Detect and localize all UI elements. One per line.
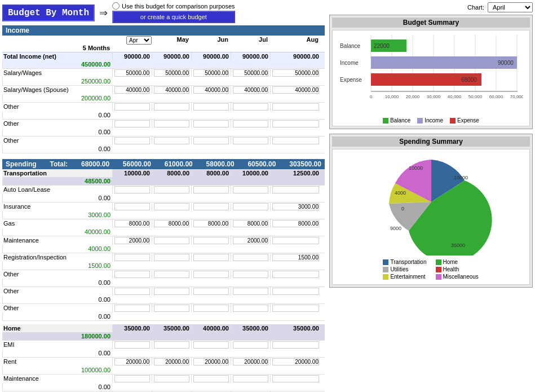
cell-value[interactable] bbox=[112, 136, 152, 145]
cell-value[interactable] bbox=[191, 103, 231, 111]
cell-value[interactable] bbox=[152, 69, 191, 77]
cell-input[interactable] bbox=[193, 375, 229, 382]
cell-value[interactable] bbox=[231, 186, 270, 194]
cell-input[interactable] bbox=[272, 341, 319, 349]
cell-input[interactable] bbox=[154, 103, 189, 111]
cell-input[interactable] bbox=[272, 237, 319, 244]
cell-input[interactable] bbox=[272, 271, 319, 278]
cell-value[interactable] bbox=[112, 253, 152, 262]
cell-input[interactable] bbox=[233, 120, 268, 127]
cell-value[interactable] bbox=[231, 202, 270, 211]
cell-value[interactable] bbox=[270, 341, 321, 349]
cell-value[interactable] bbox=[231, 253, 270, 262]
cell-input[interactable] bbox=[114, 358, 150, 365]
cell-value[interactable] bbox=[191, 69, 231, 77]
cell-value[interactable] bbox=[152, 186, 191, 194]
cell-input[interactable] bbox=[193, 358, 229, 365]
cell-value[interactable] bbox=[152, 287, 191, 296]
cell-value[interactable] bbox=[112, 186, 152, 194]
cell-input[interactable] bbox=[154, 137, 189, 144]
cell-input[interactable] bbox=[154, 69, 189, 77]
cell-input[interactable] bbox=[154, 220, 189, 227]
cell-input[interactable] bbox=[272, 120, 319, 127]
cell-input[interactable] bbox=[114, 375, 150, 382]
apr-month-select[interactable]: AprJanFebMar MayJunJulAug bbox=[126, 36, 152, 45]
cell-value[interactable] bbox=[270, 136, 321, 145]
cell-input[interactable] bbox=[233, 288, 268, 295]
cell-input[interactable] bbox=[154, 375, 189, 382]
cell-value[interactable] bbox=[112, 287, 152, 296]
cell-input[interactable] bbox=[233, 254, 268, 261]
cell-value[interactable] bbox=[112, 120, 152, 128]
cell-input[interactable] bbox=[233, 341, 268, 349]
cell-input[interactable] bbox=[272, 375, 319, 382]
cell-value[interactable] bbox=[112, 341, 152, 349]
cell-input[interactable] bbox=[114, 203, 150, 210]
cell-value[interactable] bbox=[152, 136, 191, 145]
cell-value[interactable] bbox=[152, 202, 191, 211]
cell-input[interactable] bbox=[193, 271, 229, 278]
cell-value[interactable] bbox=[191, 375, 231, 383]
cell-value[interactable] bbox=[112, 103, 152, 111]
cell-input[interactable] bbox=[272, 137, 319, 144]
cell-value[interactable] bbox=[112, 304, 152, 312]
cell-value[interactable] bbox=[112, 219, 152, 228]
cell-input[interactable] bbox=[193, 254, 229, 261]
cell-value[interactable] bbox=[112, 69, 152, 77]
cell-input[interactable] bbox=[233, 86, 268, 94]
cell-value[interactable] bbox=[152, 219, 191, 228]
cell-input[interactable] bbox=[193, 341, 229, 349]
cell-value[interactable] bbox=[270, 103, 321, 111]
cell-value[interactable] bbox=[191, 304, 231, 312]
cell-value[interactable] bbox=[270, 270, 321, 279]
cell-input[interactable] bbox=[193, 186, 229, 193]
cell-value[interactable] bbox=[270, 202, 321, 211]
cell-input[interactable] bbox=[233, 305, 268, 312]
cell-value[interactable] bbox=[270, 287, 321, 296]
cell-input[interactable] bbox=[114, 271, 150, 278]
cell-input[interactable] bbox=[193, 305, 229, 312]
cell-input[interactable] bbox=[272, 103, 319, 111]
cell-input[interactable] bbox=[114, 137, 150, 144]
cell-value[interactable] bbox=[231, 375, 270, 383]
cell-value[interactable] bbox=[270, 219, 321, 228]
cell-value[interactable] bbox=[231, 86, 270, 94]
cell-input[interactable] bbox=[233, 186, 268, 193]
cell-input[interactable] bbox=[272, 69, 319, 77]
cell-value[interactable] bbox=[231, 236, 270, 245]
cell-input[interactable] bbox=[154, 305, 189, 312]
cell-value[interactable] bbox=[191, 219, 231, 228]
cell-value[interactable] bbox=[152, 270, 191, 279]
cell-input[interactable] bbox=[154, 186, 189, 193]
cell-input[interactable] bbox=[272, 86, 319, 94]
cell-input[interactable] bbox=[114, 288, 150, 295]
cell-input[interactable] bbox=[114, 103, 150, 111]
cell-value[interactable] bbox=[191, 236, 231, 245]
cell-value[interactable] bbox=[152, 120, 191, 128]
cell-input[interactable] bbox=[193, 137, 229, 144]
cell-input[interactable] bbox=[114, 120, 150, 127]
cell-input[interactable] bbox=[114, 254, 150, 261]
cell-value[interactable] bbox=[152, 86, 191, 94]
cell-input[interactable] bbox=[272, 186, 319, 193]
cell-value[interactable] bbox=[231, 219, 270, 228]
cell-value[interactable] bbox=[231, 69, 270, 77]
cell-input[interactable] bbox=[272, 358, 319, 365]
cell-value[interactable] bbox=[191, 202, 231, 211]
cell-input[interactable] bbox=[114, 69, 150, 77]
cell-input[interactable] bbox=[154, 203, 189, 210]
cell-input[interactable] bbox=[114, 237, 150, 244]
cell-value[interactable] bbox=[152, 103, 191, 111]
cell-value[interactable] bbox=[191, 186, 231, 194]
cell-value[interactable] bbox=[152, 341, 191, 349]
cell-value[interactable] bbox=[231, 270, 270, 279]
cell-value[interactable] bbox=[152, 236, 191, 245]
cell-input[interactable] bbox=[193, 69, 229, 77]
cell-value[interactable] bbox=[270, 253, 321, 262]
quick-budget-button[interactable]: or create a quick budget bbox=[112, 11, 235, 23]
cell-value[interactable] bbox=[152, 358, 191, 366]
cell-input[interactable] bbox=[233, 237, 268, 244]
cell-value[interactable] bbox=[231, 358, 270, 366]
cell-value[interactable] bbox=[112, 202, 152, 211]
cell-input[interactable] bbox=[193, 288, 229, 295]
